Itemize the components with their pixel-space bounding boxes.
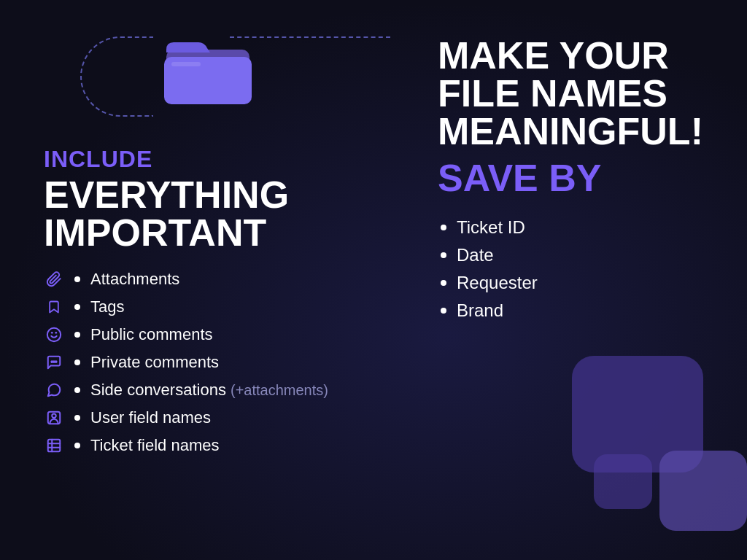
bullet bbox=[74, 359, 80, 365]
chat-dots-icon bbox=[44, 352, 64, 373]
shape-tiny bbox=[594, 454, 652, 509]
bullet bbox=[74, 304, 80, 310]
list-item: User field names bbox=[44, 408, 409, 428]
feature-text-side-conversations: Side conversations (+attachments) bbox=[90, 381, 328, 400]
list-item: Ticket ID bbox=[438, 217, 703, 238]
save-by-label: SAVE BY bbox=[438, 156, 703, 200]
list-item: Date bbox=[438, 245, 703, 265]
svg-point-8 bbox=[55, 361, 57, 362]
bookmark-icon bbox=[44, 297, 64, 317]
bullet bbox=[441, 252, 446, 258]
dashed-arc bbox=[80, 36, 153, 117]
paperclip-icon bbox=[44, 269, 64, 289]
folder-icon bbox=[160, 29, 255, 112]
bullet bbox=[74, 387, 80, 393]
decorative-shapes bbox=[543, 341, 747, 531]
list-item: Side conversations (+attachments) bbox=[44, 380, 409, 400]
dashed-line bbox=[230, 36, 390, 38]
shape-small bbox=[659, 451, 747, 531]
headline-line2: FILE NAMES bbox=[438, 72, 667, 114]
headline: MAKE YOUR FILE NAMES MEANINGFUL! bbox=[438, 36, 703, 150]
feature-text-public-comments: Public comments bbox=[90, 325, 213, 344]
folder-area bbox=[44, 29, 409, 124]
save-text-brand: Brand bbox=[457, 300, 503, 321]
headline-line3: MEANINGFUL! bbox=[438, 110, 703, 152]
svg-point-3 bbox=[47, 328, 61, 341]
include-label: INCLUDE bbox=[44, 146, 409, 173]
list-item: Brand bbox=[438, 300, 703, 321]
bullet bbox=[74, 332, 80, 338]
list-item: Ticket field names bbox=[44, 435, 409, 456]
save-text-date: Date bbox=[457, 245, 494, 265]
feature-text-ticket-field-names: Ticket field names bbox=[90, 436, 219, 455]
list-item: Attachments bbox=[44, 269, 409, 289]
list-item: Requester bbox=[438, 273, 703, 293]
feature-text-user-field-names: User field names bbox=[90, 408, 211, 427]
svg-point-7 bbox=[53, 361, 55, 362]
everything-label: EVERYTHINGIMPORTANT bbox=[44, 176, 409, 252]
feature-text-tags: Tags bbox=[90, 298, 124, 316]
save-list: Ticket ID Date Requester Brand bbox=[438, 217, 703, 321]
save-text-ticket-id: Ticket ID bbox=[457, 217, 525, 238]
list-item: Public comments bbox=[44, 324, 409, 345]
svg-point-6 bbox=[51, 361, 53, 362]
feature-text-attachments: Attachments bbox=[90, 270, 179, 289]
save-text-requester: Requester bbox=[457, 273, 538, 293]
main-container: INCLUDE EVERYTHINGIMPORTANT Attachments bbox=[0, 0, 747, 560]
bullet bbox=[441, 308, 446, 314]
headline-line1: MAKE YOUR bbox=[438, 34, 669, 77]
svg-rect-2 bbox=[171, 62, 201, 66]
right-column: MAKE YOUR FILE NAMES MEANINGFUL! SAVE BY… bbox=[438, 29, 703, 531]
bullet bbox=[74, 443, 80, 448]
feature-text-private-comments: Private comments bbox=[90, 353, 219, 372]
left-column: INCLUDE EVERYTHINGIMPORTANT Attachments bbox=[44, 29, 409, 531]
chat-bubble-icon bbox=[44, 380, 64, 400]
bullet bbox=[74, 415, 80, 421]
bullet bbox=[441, 280, 446, 286]
list-item: Private comments bbox=[44, 352, 409, 373]
person-badge-icon bbox=[44, 408, 64, 428]
bullet bbox=[441, 225, 446, 230]
smile-icon bbox=[44, 324, 64, 345]
svg-rect-11 bbox=[48, 440, 61, 452]
feature-list: Attachments Tags bbox=[44, 269, 409, 456]
svg-point-10 bbox=[52, 414, 56, 419]
bullet bbox=[74, 276, 80, 282]
list-item: Tags bbox=[44, 297, 409, 317]
table-icon bbox=[44, 435, 64, 456]
